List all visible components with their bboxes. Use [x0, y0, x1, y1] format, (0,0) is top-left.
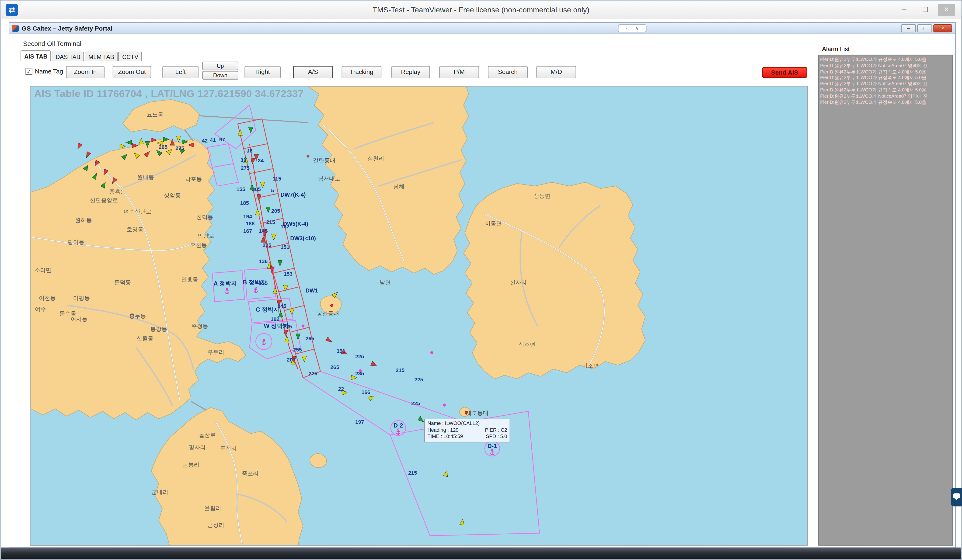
chevron-down-icon[interactable]: ∨: [636, 25, 639, 32]
app-titlebar[interactable]: GS Caltex – Jetty Safety Portal ↔ ∨ – □ …: [9, 23, 955, 34]
map-place-label: 금봉리: [182, 462, 199, 468]
map-number-label: 33: [240, 157, 246, 163]
app-title: GS Caltex – Jetty Safety Portal: [22, 23, 112, 34]
teamviewer-titlebar[interactable]: ⇄ TMS-Test - TeamViewer - Free license (…: [1, 1, 962, 19]
expand-icon[interactable]: ↔: [624, 24, 632, 32]
maximize-icon[interactable]: □: [917, 4, 934, 16]
tab-cctv[interactable]: CCTV: [118, 52, 142, 61]
pan-left-button[interactable]: Left: [162, 66, 199, 78]
map-place-label: 둔덕동: [114, 279, 131, 286]
map-place-label: 군내리: [152, 489, 168, 495]
map-number-label: 151: [281, 244, 289, 250]
app-icon: [12, 25, 19, 32]
windows-taskbar[interactable]: [1, 547, 960, 559]
alarm-entry[interactable]: PierID:원유2부두:ILWOO가 규정속도 4.0에서 5.0을: [820, 69, 952, 75]
vessel-dot[interactable]: [302, 324, 305, 328]
minimize-icon[interactable]: –: [896, 4, 913, 16]
pan-down-button[interactable]: Down: [202, 71, 239, 79]
map-place-label: 우두리: [208, 349, 224, 355]
md-button[interactable]: M/D: [536, 66, 576, 78]
map[interactable]: 묘도동월내동낙포동중흥동산단중앙로상암동여수산단로신덕동월하동호명동망양로오천동…: [30, 86, 807, 545]
tab-mlm[interactable]: MLM TAB: [85, 52, 118, 61]
name-tag-label: Name Tag: [35, 68, 63, 75]
close-icon[interactable]: ×: [938, 4, 955, 16]
lighthouse-icon: [307, 155, 309, 157]
map-place-label: 월내동: [137, 174, 154, 180]
vessel-tooltip: Name : ILWOO(CALL2) Heading : 129 PIER :…: [425, 419, 510, 442]
map-place-label: 상암동: [164, 192, 181, 199]
teamviewer-title: TMS-Test - TeamViewer - Free license (no…: [1, 1, 962, 19]
map-place-label: 상주면: [518, 341, 535, 348]
map-number-label: 97: [219, 136, 225, 142]
map-place-label: 남해: [393, 183, 405, 190]
map-waypoint-label: DW3(<10): [290, 235, 316, 241]
map-place-label: 이동면: [485, 220, 502, 226]
alarm-entry[interactable]: PierID:원유2부두:ILWOO가 규정속도 4.0에서 5.0을: [820, 99, 952, 105]
pan-up-button[interactable]: Up: [202, 61, 239, 70]
vessel-dot[interactable]: [443, 403, 446, 407]
map-number-label: 194: [243, 213, 252, 219]
tab-ais[interactable]: AIS TAB: [21, 50, 51, 61]
map-number-label: 166: [362, 389, 370, 395]
anchorage-label: A 정박지: [213, 280, 237, 287]
alarm-entry[interactable]: PierID:원유2부두:ILWOO가 규정속도 4.0에서 5.0을: [820, 56, 952, 63]
alarm-list[interactable]: PierID:원유2부두:ILWOO가 규정속도 4.0에서 5.0을PierI…: [818, 55, 953, 546]
alarm-entry[interactable]: PierID:원유2부두:ILWOO가 NoticeArea07 영역에 진: [820, 63, 952, 69]
map-place-label: 소라면: [34, 267, 51, 273]
map-number-label: 205: [271, 208, 280, 214]
map-number-label: 235: [355, 370, 364, 376]
vessel-dot[interactable]: [430, 351, 433, 354]
map-status-text: AIS Table ID 11766704 , LAT/LNG 127.6215…: [34, 89, 304, 100]
map-number-label: 191: [337, 348, 345, 354]
map-number-label: 305: [252, 186, 261, 192]
map-number-label: 225: [308, 370, 318, 376]
send-ais-button[interactable]: Send AIS: [762, 67, 807, 77]
lighthouse-label: 갈탄등대: [313, 157, 336, 163]
teamviewer-chat-icon[interactable]: [951, 488, 962, 506]
map-waypoint-label: DW1: [305, 287, 318, 294]
map-place-label: 미조면: [582, 362, 599, 369]
app-maximize-icon[interactable]: □: [917, 24, 932, 32]
map-place-label: 망양로: [198, 232, 215, 239]
map-place-label: 금성리: [208, 522, 224, 528]
as-button[interactable]: A/S: [293, 66, 333, 78]
map-place-label: 충무동: [129, 313, 146, 319]
alarm-entry[interactable]: PierID:원유2부두:ILWOO가 규정속도 4.0에서 5.0을: [820, 87, 952, 93]
pan-right-button[interactable]: Right: [244, 66, 281, 78]
map-number-label: 207: [287, 357, 295, 363]
map-number-label: 5: [271, 187, 274, 194]
map-canvas[interactable]: 묘도동월내동낙포동중흥동산단중앙로상암동여수산단로신덕동월하동호명동망양로오천동…: [31, 87, 808, 546]
map-number-label: 215: [408, 470, 417, 476]
alarm-entry[interactable]: PierID:원유2부두:ILWOO가 NoticeArea07 영역에 진: [820, 81, 952, 87]
map-number-label: 225: [411, 400, 420, 406]
alarm-entry[interactable]: PierID:원유2부두:ILWOO가 NoticeArea07 영역에 진: [820, 93, 952, 99]
map-place-label: 만흥동: [181, 276, 198, 282]
tracking-button[interactable]: Tracking: [342, 66, 381, 78]
zoom-in-button[interactable]: Zoom In: [66, 66, 105, 78]
map-number-label: 255: [293, 347, 302, 353]
app-close-icon[interactable]: ×: [933, 24, 952, 32]
teamviewer-session-control[interactable]: ↔ ∨: [618, 24, 647, 32]
app-minimize-icon[interactable]: –: [901, 24, 916, 32]
replay-button[interactable]: Replay: [391, 66, 430, 78]
zoom-out-button[interactable]: Zoom Out: [113, 66, 151, 78]
map-place-label: 낙포동: [185, 176, 202, 182]
anchorage-label: W 정박지: [264, 323, 289, 329]
lighthouse-label: 세도등대: [466, 410, 489, 416]
pm-button[interactable]: P/M: [439, 66, 479, 78]
tab-strip: AIS TAB DAS TAB MLM TAB CCTV: [21, 50, 143, 61]
map-place-label: 신사리: [510, 279, 527, 286]
anchorage-label: D-1: [487, 443, 497, 449]
map-number-label: 215: [266, 219, 275, 225]
search-button[interactable]: Search: [488, 66, 528, 78]
map-number-label: 265: [159, 144, 168, 150]
map-place-label: 산단중앙로: [90, 197, 118, 203]
map-place-label: 봉강동: [150, 326, 167, 332]
name-tag-checkbox[interactable]: ✓: [26, 68, 32, 75]
alarm-entry[interactable]: PierID:원유2부두:ILWOO가 규정속도 4.0에서 5.0을: [820, 75, 952, 81]
tab-das[interactable]: DAS TAB: [52, 52, 84, 61]
map-place-label: 오천동: [190, 242, 207, 248]
map-number-label: 34: [258, 157, 264, 163]
tooltip-name: Name : ILWOO(CALL2): [428, 421, 507, 427]
lighthouse-icon: [330, 304, 333, 307]
